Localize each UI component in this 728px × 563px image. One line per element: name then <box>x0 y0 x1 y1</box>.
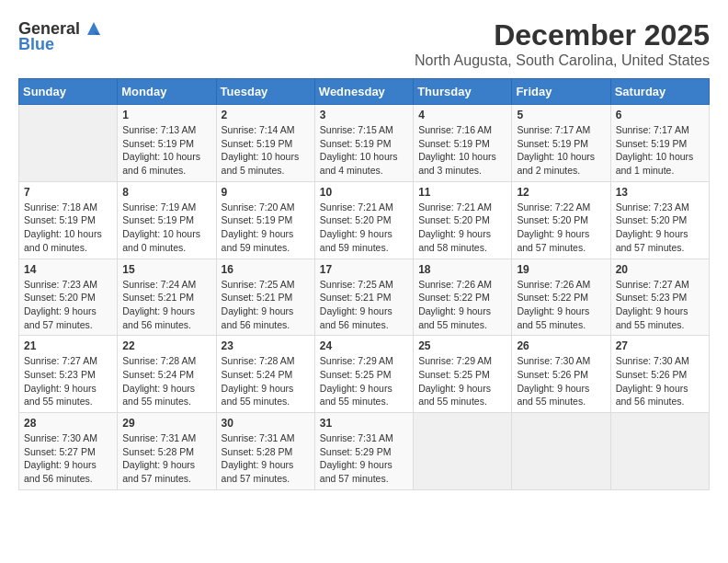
day-number: 29 <box>122 417 210 430</box>
calendar-cell: 30Sunrise: 7:31 AMSunset: 5:28 PMDayligh… <box>216 413 314 490</box>
cell-details: Sunrise: 7:18 AMSunset: 5:19 PMDaylight:… <box>24 201 102 253</box>
cell-details: Sunrise: 7:31 AMSunset: 5:28 PMDaylight:… <box>122 432 196 484</box>
day-number: 19 <box>517 263 605 276</box>
day-number: 5 <box>517 109 605 121</box>
calendar-cell: 5Sunrise: 7:17 AMSunset: 5:19 PMDaylight… <box>512 105 610 182</box>
cell-details: Sunrise: 7:31 AMSunset: 5:28 PMDaylight:… <box>222 432 295 484</box>
day-number: 1 <box>122 109 210 121</box>
day-number: 22 <box>122 339 210 352</box>
cell-details: Sunrise: 7:25 AMSunset: 5:21 PMDaylight:… <box>222 279 295 330</box>
cell-details: Sunrise: 7:30 AMSunset: 5:27 PMDaylight:… <box>24 432 97 484</box>
cell-details: Sunrise: 7:21 AMSunset: 5:20 PMDaylight:… <box>320 201 393 253</box>
calendar-cell <box>19 105 118 182</box>
calendar-cell: 22Sunrise: 7:28 AMSunset: 5:24 PMDayligh… <box>118 336 216 413</box>
day-number: 6 <box>616 109 704 121</box>
calendar-cell: 11Sunrise: 7:21 AMSunset: 5:20 PMDayligh… <box>414 181 512 259</box>
cell-details: Sunrise: 7:13 AMSunset: 5:19 PMDaylight:… <box>122 124 200 176</box>
calendar-cell: 1Sunrise: 7:13 AMSunset: 5:19 PMDaylight… <box>118 105 216 182</box>
calendar-cell: 15Sunrise: 7:24 AMSunset: 5:21 PMDayligh… <box>118 259 216 336</box>
calendar-cell: 28Sunrise: 7:30 AMSunset: 5:27 PMDayligh… <box>19 413 118 490</box>
calendar-cell: 16Sunrise: 7:25 AMSunset: 5:21 PMDayligh… <box>216 259 314 336</box>
calendar-cell: 8Sunrise: 7:19 AMSunset: 5:19 PMDaylight… <box>118 181 216 259</box>
calendar-cell: 7Sunrise: 7:18 AMSunset: 5:19 PMDaylight… <box>19 181 118 259</box>
calendar-week-row: 28Sunrise: 7:30 AMSunset: 5:27 PMDayligh… <box>19 413 710 490</box>
calendar-cell: 23Sunrise: 7:28 AMSunset: 5:24 PMDayligh… <box>216 336 314 413</box>
calendar-week-row: 7Sunrise: 7:18 AMSunset: 5:19 PMDaylight… <box>19 181 710 259</box>
day-number: 14 <box>24 263 112 276</box>
cell-details: Sunrise: 7:19 AMSunset: 5:19 PMDaylight:… <box>122 201 200 253</box>
weekday-header: Wednesday <box>314 79 413 105</box>
page-header: General Blue December 2025 North Augusta… <box>18 18 710 69</box>
calendar-cell: 21Sunrise: 7:27 AMSunset: 5:23 PMDayligh… <box>19 336 118 413</box>
weekday-header: Monday <box>118 79 216 105</box>
day-number: 17 <box>320 263 408 276</box>
cell-details: Sunrise: 7:27 AMSunset: 5:23 PMDaylight:… <box>24 355 97 407</box>
calendar-cell: 12Sunrise: 7:22 AMSunset: 5:20 PMDayligh… <box>512 181 610 259</box>
day-number: 28 <box>24 417 112 430</box>
calendar-cell <box>610 413 709 490</box>
cell-details: Sunrise: 7:29 AMSunset: 5:25 PMDaylight:… <box>418 355 492 407</box>
calendar-cell: 24Sunrise: 7:29 AMSunset: 5:25 PMDayligh… <box>314 336 413 413</box>
logo-icon <box>84 18 104 39</box>
day-number: 15 <box>122 263 210 276</box>
calendar-cell: 17Sunrise: 7:25 AMSunset: 5:21 PMDayligh… <box>314 259 413 336</box>
calendar-cell <box>512 413 610 490</box>
day-number: 30 <box>222 417 310 430</box>
day-number: 25 <box>418 339 506 352</box>
cell-details: Sunrise: 7:17 AMSunset: 5:19 PMDaylight:… <box>616 124 694 176</box>
calendar-cell: 25Sunrise: 7:29 AMSunset: 5:25 PMDayligh… <box>414 336 512 413</box>
cell-details: Sunrise: 7:30 AMSunset: 5:26 PMDaylight:… <box>616 355 689 407</box>
cell-details: Sunrise: 7:23 AMSunset: 5:20 PMDaylight:… <box>616 201 689 253</box>
cell-details: Sunrise: 7:25 AMSunset: 5:21 PMDaylight:… <box>320 279 393 330</box>
cell-details: Sunrise: 7:23 AMSunset: 5:20 PMDaylight:… <box>24 279 97 330</box>
day-number: 10 <box>320 186 408 199</box>
calendar-cell: 2Sunrise: 7:14 AMSunset: 5:19 PMDaylight… <box>216 105 314 182</box>
cell-details: Sunrise: 7:31 AMSunset: 5:29 PMDaylight:… <box>320 432 393 484</box>
cell-details: Sunrise: 7:28 AMSunset: 5:24 PMDaylight:… <box>122 355 196 407</box>
day-number: 27 <box>616 339 704 352</box>
cell-details: Sunrise: 7:20 AMSunset: 5:19 PMDaylight:… <box>222 201 295 253</box>
cell-details: Sunrise: 7:24 AMSunset: 5:21 PMDaylight:… <box>122 279 196 330</box>
day-number: 13 <box>616 186 704 199</box>
cell-details: Sunrise: 7:26 AMSunset: 5:22 PMDaylight:… <box>517 279 590 330</box>
weekday-header: Sunday <box>19 79 118 105</box>
day-number: 9 <box>222 186 310 199</box>
calendar-cell: 9Sunrise: 7:20 AMSunset: 5:19 PMDaylight… <box>216 181 314 259</box>
calendar-week-row: 1Sunrise: 7:13 AMSunset: 5:19 PMDaylight… <box>19 105 710 182</box>
weekday-header-row: SundayMondayTuesdayWednesdayThursdayFrid… <box>19 79 710 105</box>
weekday-header: Friday <box>512 79 610 105</box>
calendar-cell: 29Sunrise: 7:31 AMSunset: 5:28 PMDayligh… <box>118 413 216 490</box>
calendar-cell: 31Sunrise: 7:31 AMSunset: 5:29 PMDayligh… <box>314 413 413 490</box>
weekday-header: Saturday <box>610 79 709 105</box>
calendar-cell: 27Sunrise: 7:30 AMSunset: 5:26 PMDayligh… <box>610 336 709 413</box>
location-subtitle: North Augusta, South Carolina, United St… <box>415 52 710 69</box>
calendar-cell: 3Sunrise: 7:15 AMSunset: 5:19 PMDaylight… <box>314 105 413 182</box>
calendar-cell: 26Sunrise: 7:30 AMSunset: 5:26 PMDayligh… <box>512 336 610 413</box>
cell-details: Sunrise: 7:29 AMSunset: 5:25 PMDaylight:… <box>320 355 393 407</box>
calendar-cell: 14Sunrise: 7:23 AMSunset: 5:20 PMDayligh… <box>19 259 118 336</box>
day-number: 11 <box>418 186 506 199</box>
calendar-cell <box>414 413 512 490</box>
cell-details: Sunrise: 7:15 AMSunset: 5:19 PMDaylight:… <box>320 124 398 176</box>
cell-details: Sunrise: 7:28 AMSunset: 5:24 PMDaylight:… <box>222 355 295 407</box>
weekday-header: Tuesday <box>216 79 314 105</box>
cell-details: Sunrise: 7:17 AMSunset: 5:19 PMDaylight:… <box>517 124 595 176</box>
day-number: 21 <box>24 339 112 352</box>
day-number: 31 <box>320 417 408 430</box>
cell-details: Sunrise: 7:26 AMSunset: 5:22 PMDaylight:… <box>418 279 492 330</box>
calendar-week-row: 14Sunrise: 7:23 AMSunset: 5:20 PMDayligh… <box>19 259 710 336</box>
month-title: December 2025 <box>415 18 710 52</box>
day-number: 3 <box>320 109 408 121</box>
cell-details: Sunrise: 7:22 AMSunset: 5:20 PMDaylight:… <box>517 201 590 253</box>
day-number: 23 <box>222 339 310 352</box>
day-number: 7 <box>24 186 112 199</box>
day-number: 4 <box>418 109 506 121</box>
day-number: 24 <box>320 339 408 352</box>
day-number: 12 <box>517 186 605 199</box>
calendar-table: SundayMondayTuesdayWednesdayThursdayFrid… <box>18 78 710 490</box>
cell-details: Sunrise: 7:16 AMSunset: 5:19 PMDaylight:… <box>418 124 496 176</box>
day-number: 16 <box>222 263 310 276</box>
cell-details: Sunrise: 7:21 AMSunset: 5:20 PMDaylight:… <box>418 201 492 253</box>
svg-marker-0 <box>87 22 100 35</box>
logo-blue-text: Blue <box>18 35 54 54</box>
